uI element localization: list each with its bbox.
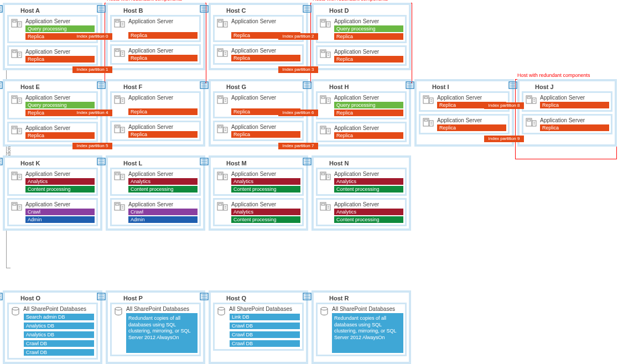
- host-M: Host M Application ServerAnalyticsConten…: [209, 155, 308, 231]
- host-title: Host D: [329, 7, 407, 14]
- query-processing-badge: Query processing: [25, 25, 95, 32]
- replica-badge: Replica: [334, 56, 403, 63]
- idx-1: Index partition 1: [72, 66, 112, 73]
- app-server: Application Server Replica: [110, 15, 201, 42]
- database-icon: [217, 306, 228, 319]
- red-label-3: Host with redundant components: [517, 72, 590, 78]
- server-icon: [114, 19, 125, 31]
- server-icon: [11, 49, 22, 61]
- host-K: Host K Application ServerAnalyticsConten…: [3, 155, 102, 231]
- idx-8: Index partition 8: [484, 102, 524, 109]
- idx-5: Index partition 5: [72, 143, 112, 149]
- replica-badge: Replica: [334, 33, 403, 40]
- server-rack-icon: [97, 5, 106, 13]
- host-P: Host P All SharePoint Databases Redundan…: [106, 290, 205, 364]
- server-icon: [320, 49, 331, 61]
- app-server: Application Server Query processing Repl…: [316, 15, 407, 43]
- server-rack-icon: [200, 5, 209, 13]
- idx-6: Index partition 6: [278, 110, 318, 116]
- app-server: Application Server Replica: [7, 45, 98, 66]
- host-title: Host C: [226, 7, 304, 14]
- db-note: Redundant copies of all databases using …: [332, 313, 403, 353]
- idx-0: Index partition 0: [72, 33, 112, 40]
- idx-2: Index partition 2: [278, 33, 318, 40]
- host-F: Host F Application ServerReplica Applica…: [106, 79, 205, 147]
- host-J: Host J Application ServerReplica Applica…: [517, 79, 617, 147]
- host-B: Host B Application Server Replica Applic…: [106, 3, 205, 70]
- database-icon: [11, 306, 22, 319]
- diagram-root: Application Servers Hosts with redundant…: [3, 3, 615, 290]
- db-note: Redundant copies of all databases using …: [126, 313, 198, 353]
- host-Q: Host Q All SharePoint Databases Link DB …: [209, 290, 308, 364]
- server-rack-icon: [0, 5, 3, 13]
- host-D: Host D Application Server Query processi…: [311, 3, 411, 70]
- server-icon: [217, 19, 228, 31]
- row-db: Host O All SharePoint Databases Search a…: [3, 290, 617, 364]
- server-rack-icon: [303, 5, 311, 13]
- host-H: Host H Application ServerQuery processin…: [311, 79, 411, 147]
- row-3: Host K Application ServerAnalyticsConten…: [3, 155, 617, 231]
- app-server: Application Server Replica: [213, 44, 304, 65]
- host-O: Host O All SharePoint Databases Search a…: [3, 290, 102, 364]
- row-1: Hosts with redundant components Hosts wi…: [3, 3, 617, 70]
- replica-badge: Replica: [231, 55, 300, 61]
- idx-3: Index partition 3: [278, 66, 318, 73]
- app-server: Application Server Replica: [316, 45, 407, 66]
- host-title: Host B: [123, 7, 201, 14]
- red-label-1: Hosts with redundant components: [107, 0, 182, 2]
- server-icon: [11, 19, 22, 31]
- query-processing-badge: Query processing: [334, 25, 403, 32]
- app-server: Application Server Replica: [110, 44, 201, 65]
- replica-badge: Replica: [25, 56, 95, 63]
- host-title: Host A: [20, 7, 98, 14]
- idx-9: Index partition 9: [484, 136, 524, 142]
- database-icon: [114, 306, 125, 319]
- server-icon: [320, 19, 331, 31]
- host-N: Host N Application ServerAnalyticsConten…: [311, 155, 411, 231]
- server-rack-icon: [0, 81, 3, 89]
- replica-badge: Replica: [128, 55, 198, 61]
- server-icon: [114, 48, 125, 60]
- server-icon: [217, 48, 228, 60]
- idx-4: Index partition 4: [72, 110, 112, 116]
- host-L: Host L Application ServerAnalyticsConten…: [106, 155, 205, 231]
- db-section: Database Servers Host O All SharePoint D…: [3, 290, 615, 364]
- red-label-2: Hosts with redundant components: [313, 0, 388, 2]
- idx-7: Index partition 7: [278, 143, 318, 149]
- replica-badge: Replica: [128, 32, 198, 39]
- row-2: Host with redundant components Index par…: [3, 79, 617, 147]
- database-icon: [320, 306, 331, 319]
- host-R: Host R All SharePoint Databases Redundan…: [311, 290, 411, 364]
